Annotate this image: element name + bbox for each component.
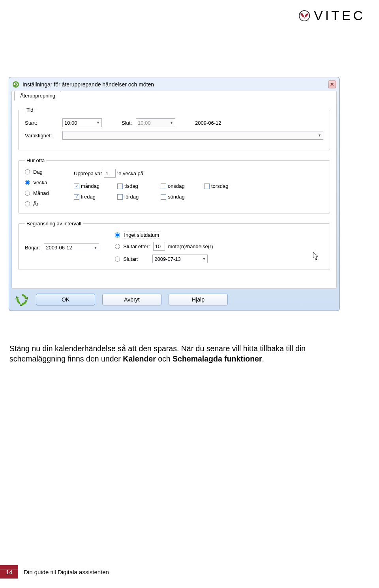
chk-sat[interactable]: lördag bbox=[117, 194, 161, 200]
begin-label: Börjar: bbox=[25, 245, 40, 251]
end-after-n-input[interactable]: 10 bbox=[153, 242, 165, 251]
radio-end-by[interactable]: Slutar: 2009-07-13 ▼ bbox=[115, 255, 213, 263]
radio-day[interactable]: Dag bbox=[25, 169, 64, 175]
brand-logo: VITEC bbox=[299, 8, 365, 23]
repeat-suffix: :e vecka på bbox=[117, 170, 144, 176]
svg-point-1 bbox=[13, 81, 19, 88]
chk-fri[interactable]: ✓fredag bbox=[74, 194, 117, 200]
ok-button[interactable]: OK bbox=[36, 294, 95, 305]
chevron-down-icon: ▼ bbox=[170, 121, 173, 125]
radio-month[interactable]: Månad bbox=[25, 190, 64, 196]
group-time: Tid Start: 10:00 ▼ Slut: 10:00 ▼ 2009-06… bbox=[18, 107, 330, 150]
footer-title: Din guide till Digitala assistenten bbox=[24, 569, 109, 575]
end-by-date-combo[interactable]: 2009-07-13 ▼ bbox=[152, 255, 208, 263]
recurrence-dialog: Inställningar för återupprepande händels… bbox=[9, 77, 340, 311]
chevron-down-icon: ▼ bbox=[318, 133, 321, 137]
recycle-icon bbox=[15, 292, 29, 307]
start-time-value: 10:00 bbox=[64, 120, 77, 126]
help-button[interactable]: Hjälp bbox=[169, 294, 228, 305]
begin-date-value: 2009-06-12 bbox=[46, 245, 72, 251]
weekday-checkboxes: ✓måndag tisdag onsdag torsdag ✓fredag lö… bbox=[74, 183, 323, 200]
group-range: Begränsning av intervall Börjar: 2009-06… bbox=[18, 221, 330, 270]
dialog-titlebar: Inställningar för återupprepande händels… bbox=[11, 80, 337, 91]
radio-week[interactable]: Vecka bbox=[25, 180, 64, 185]
chk-sun[interactable]: söndag bbox=[161, 194, 204, 200]
page-number-badge: 14 bbox=[0, 565, 18, 579]
chevron-down-icon: ▼ bbox=[94, 246, 97, 250]
chk-tue[interactable]: tisdag bbox=[117, 183, 161, 189]
tab-recurrence[interactable]: Återupprepning bbox=[14, 91, 61, 101]
begin-date-combo[interactable]: 2009-06-12 ▼ bbox=[44, 243, 99, 252]
group-range-legend: Begränsning av intervall bbox=[25, 221, 83, 227]
radio-year[interactable]: År bbox=[25, 201, 64, 207]
start-label: Start: bbox=[25, 120, 58, 126]
page-footer: 14 Din guide till Digitala assistenten bbox=[0, 565, 109, 579]
group-frequency: Hur ofta Dag Vecka Månad År Upprepa var … bbox=[18, 157, 330, 213]
dialog-button-bar: OK Avbryt Hjälp bbox=[11, 288, 337, 307]
duration-label: Varaktighet: bbox=[25, 133, 58, 139]
tab-panel: Återupprepning Tid Start: 10:00 ▼ Slut: … bbox=[11, 91, 337, 288]
repeat-n-input[interactable]: 1 bbox=[104, 169, 116, 178]
duration-value: - bbox=[64, 133, 66, 139]
body-paragraph: Stäng nu din kalenderhändelse så att den… bbox=[9, 343, 363, 364]
chk-thu[interactable]: torsdag bbox=[204, 183, 248, 189]
group-time-legend: Tid bbox=[25, 107, 35, 113]
chevron-down-icon: ▼ bbox=[202, 257, 206, 261]
cancel-button[interactable]: Avbryt bbox=[102, 294, 161, 305]
close-button[interactable]: ✕ bbox=[328, 81, 336, 88]
end-label: Slut: bbox=[122, 120, 132, 126]
start-time-combo[interactable]: 10:00 ▼ bbox=[62, 118, 102, 127]
group-frequency-legend: Hur ofta bbox=[25, 157, 46, 163]
close-icon: ✕ bbox=[330, 82, 334, 87]
frequency-radios: Dag Vecka Månad År bbox=[25, 169, 64, 207]
svg-point-0 bbox=[299, 10, 310, 21]
radio-no-end[interactable]: Inget slutdatum bbox=[115, 232, 213, 238]
app-icon bbox=[12, 81, 19, 88]
end-time-combo[interactable]: 10:00 ▼ bbox=[136, 118, 175, 127]
logo-icon bbox=[299, 10, 310, 21]
radio-end-after[interactable]: Slutar efter: 10 möte(n)/händelse(r) bbox=[115, 242, 213, 251]
time-date: 2009-06-12 bbox=[195, 120, 221, 126]
end-time-value: 10:00 bbox=[138, 120, 151, 126]
dialog-title: Inställningar för återupprepande händels… bbox=[23, 81, 154, 88]
chevron-down-icon: ▼ bbox=[96, 121, 100, 125]
repeat-prefix: Upprepa var bbox=[74, 170, 102, 176]
chk-wed[interactable]: onsdag bbox=[161, 183, 204, 189]
end-by-date-value: 2009-07-13 bbox=[154, 256, 181, 262]
chk-mon[interactable]: ✓måndag bbox=[74, 183, 117, 189]
duration-combo[interactable]: - ▼ bbox=[62, 131, 323, 140]
logo-text: VITEC bbox=[314, 8, 365, 23]
